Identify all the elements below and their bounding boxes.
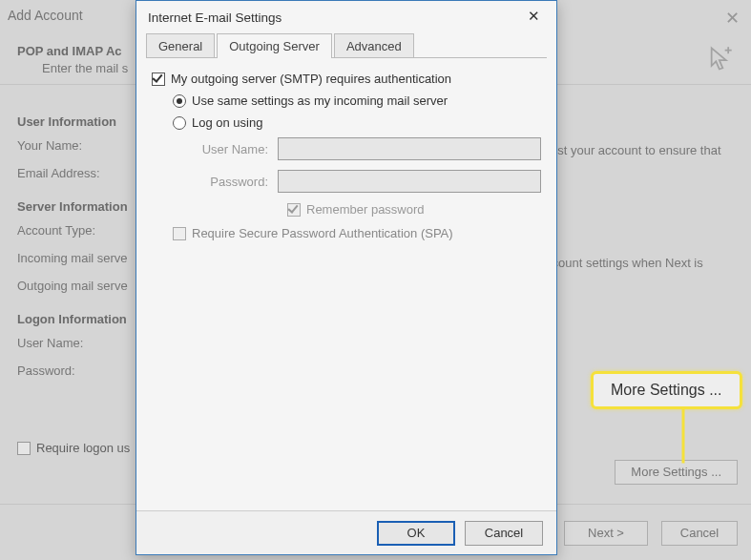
dialog-title: Internet E-mail Settings — [148, 10, 282, 25]
radio-logon-label: Log on using — [192, 115, 262, 130]
radio-logon[interactable] — [173, 116, 186, 130]
tab-advanced[interactable]: Advanced — [334, 33, 414, 58]
password-field-label: Password: — [192, 175, 278, 189]
spa-row[interactable]: Require Secure Password Authentication (… — [173, 226, 541, 240]
username-row: User Name: — [192, 137, 541, 160]
tab-general[interactable]: General — [146, 33, 215, 58]
highlight-line-2 — [682, 408, 685, 464]
remember-password-checkbox[interactable] — [287, 203, 301, 217]
auth-radio-group: Use same settings as my incoming mail se… — [173, 93, 541, 240]
smtp-auth-row[interactable]: My outgoing server (SMTP) requires authe… — [152, 72, 541, 86]
remember-password-label: Remember password — [306, 202, 425, 217]
radio-same-settings[interactable] — [173, 94, 186, 108]
close-icon[interactable]: ✕ — [520, 7, 547, 28]
email-settings-dialog: Internet E-mail Settings ✕ General Outgo… — [136, 0, 557, 555]
username-input[interactable] — [278, 137, 541, 160]
username-label: User Name: — [192, 142, 278, 156]
dialog-cancel-button[interactable]: Cancel — [465, 521, 543, 546]
radio-same-settings-row[interactable]: Use same settings as my incoming mail se… — [173, 93, 541, 108]
dialog-titlebar: Internet E-mail Settings ✕ — [136, 1, 556, 33]
radio-same-label: Use same settings as my incoming mail se… — [192, 93, 448, 108]
password-row: Password: — [192, 170, 541, 193]
tabs: General Outgoing Server Advanced — [136, 33, 556, 58]
remember-password-row[interactable]: Remember password — [287, 202, 541, 217]
spa-checkbox[interactable] — [173, 227, 186, 240]
dialog-body: My outgoing server (SMTP) requires authe… — [136, 58, 556, 248]
smtp-auth-checkbox[interactable] — [152, 73, 165, 86]
radio-logon-row[interactable]: Log on using — [173, 115, 541, 130]
smtp-auth-label: My outgoing server (SMTP) requires authe… — [171, 72, 451, 86]
tab-outgoing-server[interactable]: Outgoing Server — [217, 33, 332, 58]
highlight-more-settings: More Settings ... — [591, 371, 742, 409]
spa-label: Require Secure Password Authentication (… — [192, 226, 453, 240]
password-input[interactable] — [278, 170, 541, 193]
dialog-footer: OK Cancel — [136, 510, 556, 554]
logon-fields: User Name: Password: Remember password — [192, 137, 541, 217]
ok-button[interactable]: OK — [377, 521, 455, 546]
